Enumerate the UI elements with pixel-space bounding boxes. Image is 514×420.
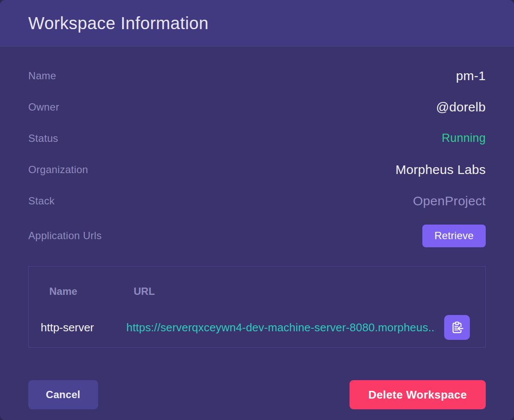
name-value: pm-1	[456, 69, 486, 83]
modal-header: Workspace Information	[0, 0, 514, 46]
table-row: http-server https://serverqxceywn4-dev-m…	[29, 308, 485, 347]
field-row-stack: Stack OpenProject	[28, 185, 486, 216]
organization-label: Organization	[28, 164, 88, 176]
retrieve-button[interactable]: Retrieve	[422, 225, 486, 247]
modal-title: Workspace Information	[28, 14, 209, 33]
field-row-owner: Owner @dorelb	[28, 91, 486, 123]
field-row-status: Status Running	[28, 123, 486, 154]
copy-url-button[interactable]	[444, 315, 470, 340]
owner-value: @dorelb	[436, 100, 486, 114]
table-header-name: Name	[49, 285, 134, 297]
delete-workspace-button[interactable]: Delete Workspace	[350, 380, 486, 409]
status-label: Status	[28, 132, 58, 144]
modal-footer: Cancel Delete Workspace	[28, 380, 486, 409]
status-value: Running	[442, 132, 486, 145]
app-name-cell: http-server	[41, 321, 126, 334]
field-row-application-urls: Application Urls Retrieve	[28, 216, 486, 255]
field-row-name: Name pm-1	[28, 60, 486, 91]
table-header-url: URL	[134, 285, 485, 297]
application-urls-table: Name URL http-server https://serverqxcey…	[28, 266, 486, 348]
name-label: Name	[28, 70, 56, 82]
field-row-organization: Organization Morpheus Labs	[28, 154, 486, 185]
clipboard-arrow-icon	[450, 320, 464, 335]
owner-label: Owner	[28, 101, 59, 113]
modal-body: Name pm-1 Owner @dorelb Status Running O…	[0, 46, 514, 420]
table-header-row: Name URL	[29, 275, 485, 308]
workspace-info-modal: Workspace Information Name pm-1 Owner @d…	[0, 0, 514, 420]
cancel-button[interactable]: Cancel	[28, 380, 98, 409]
stack-value: OpenProject	[413, 194, 486, 208]
application-urls-label: Application Urls	[28, 230, 102, 242]
stack-label: Stack	[28, 195, 55, 207]
app-url-link[interactable]: https://serverqxceywn4-dev-machine-serve…	[126, 321, 436, 334]
organization-value: Morpheus Labs	[395, 162, 486, 177]
